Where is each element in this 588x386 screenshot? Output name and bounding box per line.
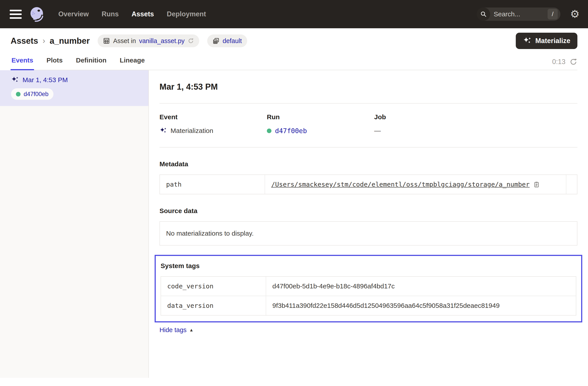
system-tag-value: 9f3b411a390fd22e158d446d5d12504963596aa6… (272, 302, 500, 309)
run-id-chip[interactable]: d47f00eb (11, 88, 53, 100)
event-type-value: Materialization (170, 127, 213, 135)
asset-chip-prefix: Asset in (113, 37, 136, 45)
tab-plots[interactable]: Plots (45, 53, 63, 70)
nav-item-assets[interactable]: Assets (131, 10, 154, 18)
event-list-item[interactable]: Mar 1, 4:53 PM d47f00eb (0, 70, 148, 106)
primary-nav: Overview Runs Assets Deployment (58, 10, 206, 18)
hamburger-menu-icon[interactable] (10, 10, 22, 19)
system-tag-key: data_version (161, 296, 266, 315)
nav-item-overview[interactable]: Overview (58, 10, 89, 18)
system-tags-highlight-box: System tags code_version d47f00eb-5d1b-4… (155, 255, 582, 322)
asset-page-header: Assets › a_number Asset in vanilla_asset… (0, 28, 588, 70)
refresh-icon[interactable] (569, 58, 577, 66)
job-empty-value: — (374, 127, 381, 135)
metadata-key: path (160, 175, 265, 194)
metadata-heading: Metadata (160, 160, 577, 168)
asset-group-icon (212, 37, 220, 44)
asset-table-icon (103, 37, 110, 44)
source-data-empty-state: No materializations to display. (160, 221, 577, 245)
asset-file-link[interactable]: vanilla_asset.py (139, 37, 185, 45)
event-detail-panel: Mar 1, 4:53 PM Event Materialization Run (149, 70, 588, 378)
event-timestamp-link[interactable]: Mar 1, 4:53 PM (22, 76, 68, 84)
run-id-link[interactable]: d47f00eb (275, 127, 307, 135)
source-data-heading: Source data (160, 207, 577, 215)
top-navigation-bar: Overview Runs Assets Deployment Search..… (0, 0, 588, 28)
asset-group-chip[interactable]: default (207, 34, 247, 47)
materialization-sparkle-icon (11, 76, 19, 84)
search-shortcut-key: / (547, 9, 558, 20)
materialize-button-label: Materialize (535, 37, 570, 45)
system-tag-value: d47f00eb-5d1b-4e9e-b18c-4896af4bd17c (272, 283, 395, 290)
breadcrumb-current-asset: a_number (50, 36, 90, 46)
source-data-empty-message: No materializations to display. (166, 230, 253, 237)
event-column-header: Event (160, 113, 267, 121)
system-tag-key: code_version (161, 277, 266, 296)
run-status-dot (16, 92, 21, 97)
reload-definition-icon[interactable] (188, 38, 194, 44)
copy-to-clipboard-icon[interactable] (533, 181, 540, 188)
materialize-button[interactable]: Materialize (516, 33, 577, 49)
system-tags-table: code_version d47f00eb-5d1b-4e9e-b18c-489… (161, 276, 576, 316)
breadcrumb-assets-link[interactable]: Assets (11, 36, 38, 46)
run-id-label: d47f00eb (24, 91, 49, 98)
hide-tags-link[interactable]: Hide tags ▲ (160, 326, 193, 334)
asset-definition-chip[interactable]: Asset in vanilla_asset.py (98, 34, 199, 47)
system-tags-heading: System tags (161, 262, 576, 270)
search-placeholder: Search... (494, 10, 520, 18)
auto-refresh-timer: 0:13 (552, 58, 577, 70)
table-row: data_version 9f3b411a390fd22e158d446d5d1… (161, 296, 576, 315)
materialization-sparkle-icon (160, 127, 167, 135)
nav-item-deployment[interactable]: Deployment (167, 10, 206, 18)
run-column-header: Run (267, 113, 374, 121)
table-row: code_version d47f00eb-5d1b-4e9e-b18c-489… (161, 277, 576, 296)
event-summary: Event Materialization Run d47f00eb (160, 113, 577, 135)
event-detail-title: Mar 1, 4:53 PM (160, 82, 577, 92)
metadata-table: path /Users/smackesey/stm/code/elementl/… (160, 174, 577, 194)
dagster-logo[interactable] (28, 5, 46, 23)
breadcrumb-separator-icon: › (43, 36, 45, 45)
run-status-dot (267, 128, 272, 133)
metadata-path-link[interactable]: /Users/smackesey/stm/code/elementl/oss/t… (271, 181, 530, 188)
tab-events[interactable]: Events (11, 53, 34, 70)
tab-lineage[interactable]: Lineage (119, 53, 146, 70)
table-row: path /Users/smackesey/stm/code/elementl/… (160, 175, 577, 194)
events-sidebar: Mar 1, 4:53 PM d47f00eb (0, 70, 149, 378)
settings-gear-icon[interactable]: ⚙ (570, 9, 580, 20)
breadcrumb: Assets › a_number Asset in vanilla_asset… (11, 28, 577, 53)
search-input[interactable]: Search... / (477, 7, 560, 21)
nav-item-runs[interactable]: Runs (102, 10, 119, 18)
sparkle-icon (523, 37, 532, 45)
metadata-expand-cell[interactable] (566, 175, 579, 194)
refresh-countdown: 0:13 (552, 58, 566, 66)
hide-tags-label: Hide tags (160, 326, 187, 334)
search-icon (477, 7, 490, 21)
tab-definition[interactable]: Definition (75, 53, 107, 70)
job-column-header: Job (374, 113, 577, 121)
group-default-link[interactable]: default (223, 37, 242, 45)
asset-tabs: Events Plots Definition Lineage 0:13 (11, 53, 577, 70)
caret-up-icon: ▲ (189, 327, 194, 333)
